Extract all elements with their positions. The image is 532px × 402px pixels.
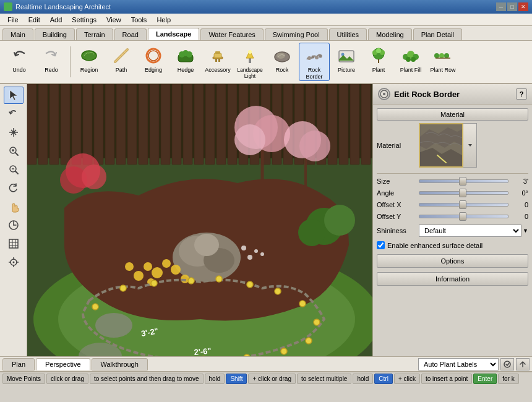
tab-road[interactable]: Road: [114, 28, 147, 40]
enhanced-surface-checkbox[interactable]: [377, 241, 385, 249]
offset-y-row: Offset Y 0: [377, 213, 528, 220]
left-hand-tool[interactable]: [4, 198, 24, 215]
left-toolbar: [0, 84, 27, 356]
tab-utilities[interactable]: Utilities: [329, 28, 367, 40]
tab-terrain[interactable]: Terrain: [76, 28, 113, 40]
offset-x-slider-thumb[interactable]: [459, 200, 466, 209]
window-controls: ─ □ ✕: [496, 2, 528, 11]
status-hold-ctrl: hold: [353, 374, 373, 384]
svg-rect-72: [194, 84, 204, 165]
tab-building[interactable]: Building: [35, 28, 75, 40]
menu-settings[interactable]: Settings: [67, 15, 101, 25]
title-text: Realtime Landscaping Architect: [15, 3, 496, 11]
tab-main[interactable]: Main: [2, 28, 33, 40]
tool-path[interactable]: Path: [106, 43, 137, 81]
svg-rect-11: [218, 59, 220, 62]
menu-view[interactable]: View: [101, 15, 126, 25]
svg-line-35: [15, 153, 18, 155]
menu-tools[interactable]: Tools: [126, 15, 152, 25]
tool-landscape-light[interactable]: Landscape Light: [234, 43, 265, 81]
svg-rect-59: [49, 84, 59, 165]
left-undo-tool[interactable]: [4, 105, 24, 122]
tool-plant[interactable]: Plant: [363, 43, 394, 81]
offset-y-slider[interactable]: [419, 215, 508, 218]
undo-button[interactable]: Undo: [4, 43, 35, 81]
offset-x-label: Offset X: [377, 201, 419, 208]
svg-point-118: [151, 280, 157, 286]
status-hold-label: hold: [205, 374, 225, 384]
minimize-button[interactable]: ─: [496, 2, 506, 11]
shininess-label: Shininess: [377, 227, 419, 234]
tool-edging[interactable]: Edging: [138, 43, 169, 81]
close-button[interactable]: ✕: [518, 2, 528, 11]
tab-water-features[interactable]: Water Features: [200, 28, 263, 40]
svg-point-98: [234, 124, 265, 155]
svg-point-111: [171, 265, 181, 275]
tab-modeling[interactable]: Modeling: [368, 28, 412, 40]
left-grid-tool[interactable]: [4, 235, 24, 252]
size-slider[interactable]: [419, 179, 508, 183]
material-section-header[interactable]: Material: [377, 108, 528, 121]
information-button[interactable]: Information: [377, 272, 528, 286]
tab-perspective[interactable]: Perspective: [36, 358, 90, 370]
left-zoom-out-tool[interactable]: [4, 161, 24, 178]
angle-label: Angle: [377, 189, 419, 197]
svg-line-39: [15, 171, 18, 174]
svg-point-109: [125, 262, 134, 271]
tool-hedge[interactable]: Hedge: [170, 43, 201, 81]
shininess-select[interactable]: Default Low Medium High: [419, 225, 521, 237]
options-button[interactable]: Options: [377, 254, 528, 268]
menu-edit[interactable]: Edit: [24, 15, 45, 25]
bottom-icon-btn-2[interactable]: [516, 358, 530, 370]
angle-slider[interactable]: [419, 191, 508, 195]
svg-point-33: [444, 53, 449, 58]
tab-plan-detail[interactable]: Plan Detail: [413, 28, 462, 40]
material-dropdown-button[interactable]: [463, 123, 477, 168]
tab-walkthrough[interactable]: Walkthrough: [92, 358, 148, 370]
material-preview[interactable]: [419, 123, 463, 168]
menu-file[interactable]: File: [2, 15, 24, 25]
svg-point-6: [186, 51, 192, 58]
left-select-tool[interactable]: [4, 87, 24, 104]
menu-add[interactable]: Add: [45, 15, 67, 25]
size-row: Size 3': [377, 177, 528, 185]
svg-rect-73: [205, 84, 215, 165]
redo-button[interactable]: Redo: [36, 43, 67, 81]
tool-plant-fill[interactable]: Plant Fill: [395, 43, 426, 81]
svg-rect-60: [61, 84, 70, 165]
tool-accessory[interactable]: Accessory: [202, 43, 233, 81]
tool-picture[interactable]: Picture: [331, 43, 362, 81]
left-rotate-tool[interactable]: [4, 179, 24, 197]
angle-slider-thumb[interactable]: [459, 189, 466, 197]
svg-rect-61: [72, 84, 81, 165]
tool-region[interactable]: Region: [74, 43, 105, 81]
left-measure-tool[interactable]: [4, 216, 24, 234]
maximize-button[interactable]: □: [507, 2, 517, 11]
canvas-area[interactable]: 3'-2" 2'-6" ✋: [27, 84, 372, 356]
svg-point-16: [307, 56, 311, 60]
help-button[interactable]: ?: [516, 88, 527, 100]
menu-help[interactable]: Help: [152, 15, 176, 25]
tab-plan[interactable]: Plan: [2, 358, 35, 370]
tool-rock[interactable]: Rock: [267, 43, 298, 81]
tool-rock-border[interactable]: Rock Border: [299, 43, 330, 81]
left-pan-tool[interactable]: [4, 124, 24, 141]
svg-point-0: [82, 51, 97, 61]
material-picker[interactable]: [419, 123, 477, 168]
left-snap-tool[interactable]: [4, 254, 24, 271]
bottom-icon-btn-1[interactable]: [500, 358, 514, 370]
menubar: File Edit Add Settings View Tools Help: [0, 14, 532, 26]
offset-x-slider[interactable]: [419, 203, 508, 207]
tool-plant-row[interactable]: Plant Row: [427, 43, 458, 81]
svg-point-140: [383, 93, 385, 95]
svg-rect-8: [214, 53, 221, 58]
tab-landscape[interactable]: Landscape: [148, 28, 199, 40]
plant-labels-dropdown[interactable]: Auto Plant Labels Show All Labels Hide A…: [418, 358, 499, 370]
offset-y-slider-thumb[interactable]: [459, 212, 466, 221]
size-slider-thumb[interactable]: [459, 177, 466, 186]
left-zoom-tool[interactable]: [4, 142, 24, 160]
svg-point-121: [247, 281, 253, 288]
tab-swimming-pool[interactable]: Swimming Pool: [265, 28, 328, 40]
size-label: Size: [377, 177, 419, 185]
svg-point-126: [281, 348, 287, 354]
